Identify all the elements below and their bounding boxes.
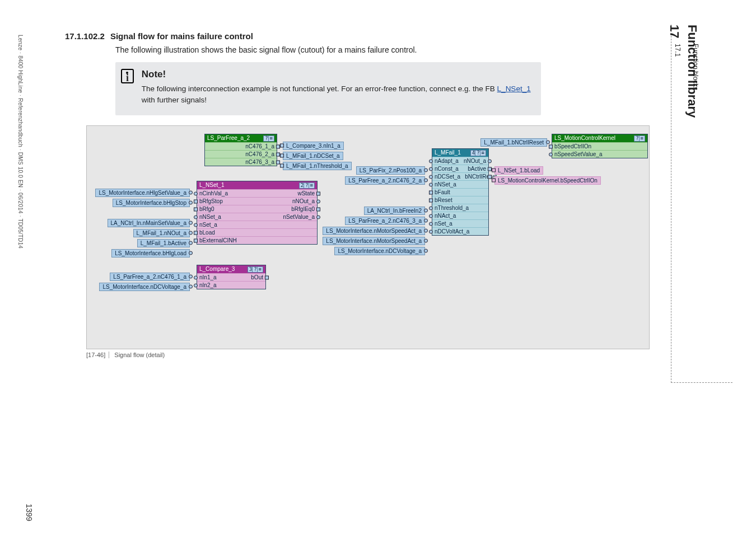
port: nC476_1_a — [205, 142, 277, 150]
wire-label: L_MFail_1.bActive — [137, 239, 190, 247]
port: nThreshold_a — [435, 205, 469, 211]
note-box: i Note! The following interconnection ex… — [115, 62, 541, 115]
wire-label: LS_ParFree_a_2.nC476_2_a — [345, 176, 425, 185]
figure-caption: [17-46] Signal flow (detail) — [86, 352, 659, 358]
port: nNAct_a — [435, 213, 456, 219]
main-content: 17.1.102.2 Signal flow for mains failure… — [65, 31, 659, 358]
port: bExternalCINH — [199, 237, 237, 243]
port: bRfg0 — [199, 206, 214, 212]
note-link[interactable]: L_NSet_1 — [497, 85, 531, 93]
heading-row: 17.1.102.2 Signal flow for mains failure… — [65, 31, 659, 41]
port: nC476_3_a — [205, 158, 277, 166]
wire-label: L_Compare_3.nIn1_a — [283, 142, 344, 150]
page-number: 1399 — [25, 504, 34, 521]
block-ls-mck: LS_MotionControlKernel ?≡ bSpeedCtrlIOn … — [552, 134, 648, 159]
wire-label: L_MFail_1.nNOut_a — [133, 229, 190, 237]
port: bOut — [251, 274, 263, 280]
wire-label: LS_MotorInterface.nMotorSpeedAct_a — [323, 227, 425, 235]
intro-text: The following illustration shows the bas… — [115, 45, 659, 54]
port: bReset — [435, 197, 452, 203]
wire-label: LS_MotorInterface.nHlgSetValue_a — [95, 189, 190, 197]
figure-label: [17-46] — [86, 352, 109, 358]
port: bSpeedCtrlIOn — [552, 142, 647, 150]
port: nC476_2_a — [205, 150, 277, 158]
chapter-number: 17 — [667, 25, 682, 38]
info-icon: i — [121, 69, 134, 83]
port: wState — [297, 190, 315, 196]
wire-label: LA_NCtrl_In.nMainSetValue_a — [108, 219, 190, 227]
wire-label: LS_MotorInterface.bHlgLoad — [111, 249, 190, 257]
block-ls-parfree: LS_ParFree_a_2 ?≡ nC476_1_a nC476_2_a nC… — [204, 134, 277, 167]
port: bRfgIEq0 — [291, 206, 315, 212]
port: nNOut_a — [292, 198, 315, 204]
note-body-a: The following interconnection example is… — [142, 85, 497, 93]
badge-icon: ≡ — [639, 135, 645, 142]
wire-label: L_MFail_1.nThreshold_a — [283, 162, 352, 170]
port: bFault — [435, 189, 450, 195]
section-number: 17.1 — [674, 44, 682, 57]
port: nConst_a — [435, 166, 459, 172]
heading-number: 17.1.102.2 — [65, 31, 105, 41]
wire-label: L_MFail_1.bNCtrlIReset — [480, 138, 547, 147]
port: nNSet_a — [435, 181, 456, 188]
block-title: LS_ParFree_a_2 — [207, 135, 250, 141]
port: nSpeedSetValue_a — [552, 150, 647, 158]
port: nAdapt_a — [435, 158, 459, 164]
badge-icon: ≡ — [480, 150, 486, 157]
wire-label: LS_MotorInterface.nMotorSpeedAct_a — [323, 237, 425, 245]
port: nIn1_a — [199, 274, 217, 280]
block-l-compare: L_Compare_3 3?≡ nIn1_abOut nIn2_a — [197, 265, 266, 290]
block-title: L_NSet_1 — [199, 182, 224, 188]
wire-label: LS_ParFree_a_2.nC476_1_a — [110, 273, 190, 281]
wire-label: LS_MotionControlKernel.bSpeedCtrlIOn — [494, 176, 601, 185]
block-title: L_Compare_3 — [199, 266, 235, 272]
block-title: L_MFail_1 — [435, 149, 461, 156]
port: nNSet_a — [199, 214, 221, 220]
wire-label: LS_MotorInterface.bHlgStop — [113, 199, 190, 207]
section-subtitle: Function blocks — [692, 44, 699, 90]
badge-icon: ≡ — [309, 182, 315, 189]
chapter-rail: 17 Function library 17.1 Function blocks — [671, 25, 732, 383]
port: nSet_a — [435, 221, 452, 227]
block-l-nset: L_NSet_1 2?≡ nCinhVal_awState bRfgStopnN… — [197, 181, 318, 245]
figure-text: Signal flow (detail) — [114, 352, 165, 358]
wire-label: L_NSet_1.bLoad — [494, 166, 543, 175]
wire-label: LS_MotorInterface.nDCVoltage_a — [334, 247, 425, 255]
port: nDCSet_a — [435, 174, 460, 180]
badge-icon: ≡ — [257, 266, 263, 273]
wire-label: L_MFail_1.nDCSet_a — [283, 152, 343, 160]
note-body: The following interconnection example is… — [142, 83, 531, 106]
note-heading: Note! — [142, 69, 531, 80]
heading-title: Signal flow for mains failure control — [110, 31, 253, 41]
badge-icon: ≡ — [268, 135, 274, 142]
block-title: LS_MotionControlKernel — [554, 135, 615, 141]
port: nSetValue_a — [283, 214, 315, 220]
wire-label: LS_ParFix_2.nPos100_a — [356, 166, 425, 175]
port: nNOut_a — [464, 158, 486, 164]
port: nIn2_a — [199, 282, 217, 288]
wire-label: LA_NCtrl_In.bFreeIn2 — [364, 207, 425, 215]
port: nCinhVal_a — [199, 190, 228, 196]
note-body-b: with further signals! — [142, 96, 207, 104]
left-footer: Lenze · 8400 HighLine · Referenzhandbuch… — [17, 35, 24, 427]
port: nSet_a — [199, 222, 217, 228]
port: bActive — [468, 166, 486, 172]
block-l-mfail: L_MFail_1 4?≡ nAdapt_anNOut_a nConst_abA… — [432, 148, 489, 236]
wire-label: LS_ParFree_a_2.nC476_3_a — [345, 217, 425, 225]
port: bRfgStop — [199, 198, 223, 204]
signal-flow-diagram: LS_ParFree_a_2 ?≡ nC476_1_a nC476_2_a nC… — [86, 125, 650, 349]
port: bLoad — [199, 229, 215, 236]
port: nDCVoltAct_a — [435, 228, 469, 235]
wire-label: LS_MotorInterface.nDCVoltage_a — [99, 283, 190, 291]
